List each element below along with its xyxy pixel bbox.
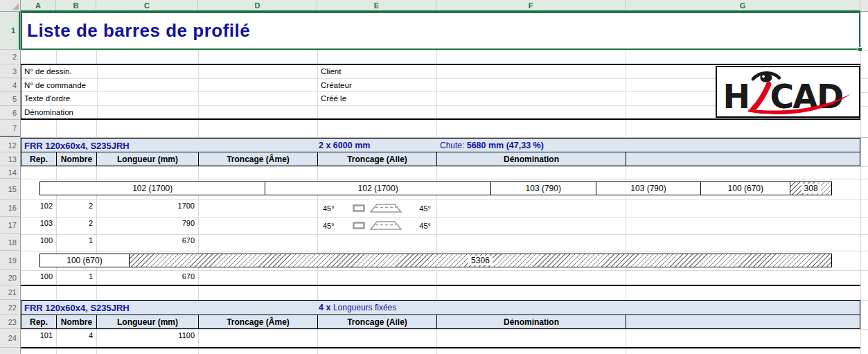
row-header-7[interactable]: 7 [0,120,20,137]
header-troncage-ame[interactable]: Troncage (Âme) [199,152,318,166]
cell-empty[interactable] [198,92,317,105]
cell-count[interactable]: 1 [56,234,96,251]
row-header-17[interactable]: 17 [0,217,20,234]
cell-troncage-aile[interactable] [317,270,436,285]
cell-troncage-ame[interactable] [198,234,317,251]
column-header-g[interactable]: G [626,0,860,11]
row-header-12[interactable]: 12 [0,139,20,152]
cell-empty[interactable] [436,106,626,119]
info-label-order-number[interactable]: N° de commande [21,79,97,92]
column-header-f[interactable]: F [436,0,626,11]
cell-denomination[interactable] [436,234,626,251]
cell-length[interactable]: 790 [96,217,198,234]
cell-count[interactable]: 2 [56,217,96,234]
info-label-denomination[interactable]: Dénomination [21,106,97,119]
info-label-drawing-number[interactable]: N° de dessin. [21,65,97,78]
cell-empty[interactable] [97,65,198,78]
cell-empty[interactable] [317,106,436,119]
row-header-21[interactable]: 21 [0,285,20,300]
row-header-19[interactable]: 19 [0,251,20,270]
info-label-client[interactable]: Client [317,65,436,78]
header-longueur[interactable]: Longueur (mm) [97,315,199,328]
cell-extra[interactable] [626,270,860,285]
column-header-b[interactable]: B [56,0,96,11]
row-header-1[interactable]: 1 [0,12,20,50]
row-header-14[interactable]: 14 [0,166,20,179]
header-troncage-aile[interactable]: Troncage (Aile) [318,315,437,328]
header-longueur[interactable]: Longueur (mm) [97,152,199,166]
cell-count[interactable]: 1 [56,270,96,285]
header-denomination[interactable]: Dénomination [437,315,626,328]
cell-denomination[interactable] [436,200,626,217]
cell-empty[interactable] [97,106,198,119]
row-header-20[interactable]: 20 [0,270,20,285]
row-header-18[interactable]: 18 [0,234,20,251]
select-all-corner[interactable] [0,0,21,12]
info-label-creator[interactable]: Créateur [317,79,436,92]
column-header-d[interactable]: D [198,0,317,11]
cell-empty[interactable] [97,79,198,92]
header-rep[interactable]: Rep. [21,152,57,166]
cell-empty[interactable] [436,65,626,78]
cell-empty[interactable] [436,79,626,92]
cell-extra[interactable] [626,217,860,234]
cell-troncage-aile[interactable]: 45° 45° [317,217,436,234]
cell-length[interactable]: 670 [96,234,198,251]
cell-count[interactable]: 2 [56,200,96,217]
header-extra[interactable] [626,315,860,328]
selection-fill-handle[interactable] [858,47,862,52]
row-header-15[interactable]: 15 [0,179,20,200]
cell-troncage-ame[interactable] [198,217,317,234]
row-header-3[interactable]: 3 [0,64,20,78]
cell-empty[interactable] [436,92,626,105]
cell-length[interactable]: 1100 [96,329,198,348]
section1-header-band[interactable]: FRR 120x60x4, S235JRH 2 x 6000 mm Chute:… [21,138,860,152]
row-header-24[interactable]: 24 [0,329,20,348]
cell-rep[interactable]: 100 [21,270,56,285]
cell-denomination[interactable] [436,329,626,348]
row-header-16[interactable]: 16 [0,200,20,217]
cell-denomination[interactable] [436,217,626,234]
cell-empty[interactable] [198,106,317,119]
cell-troncage-aile[interactable]: 45° 45° [317,200,436,217]
header-nombre[interactable]: Nombre [57,315,97,328]
info-label-created-on[interactable]: Créé le [317,92,436,105]
cell-troncage-ame[interactable] [198,270,317,285]
cell-troncage-aile[interactable] [317,329,436,348]
cell-count[interactable]: 4 [56,329,96,348]
cell-rep[interactable]: 102 [21,200,56,217]
row-header-4[interactable]: 4 [0,78,20,92]
column-header-c[interactable]: C [96,0,198,11]
row-header-13[interactable]: 13 [0,152,20,166]
cell-rep[interactable]: 101 [21,329,56,348]
section2-header-band[interactable]: FRR 120x60x4, S235JRH 4 x Longueurs fixé… [21,300,860,315]
info-label-order-text[interactable]: Texte d'ordre [21,92,97,105]
cell-extra[interactable] [626,234,860,251]
title-cell[interactable]: Liste de barres de profilé [21,12,860,50]
cell-extra[interactable] [626,200,860,217]
row-header-23[interactable]: 23 [0,315,20,329]
column-header-e[interactable]: E [317,0,436,11]
cell-extra[interactable] [626,329,860,348]
row-header-5[interactable]: 5 [0,92,20,106]
cell-length[interactable]: 1700 [96,200,198,217]
column-header-a[interactable]: A [21,0,56,11]
header-extra[interactable] [626,152,860,166]
cell-empty[interactable] [198,79,317,92]
cell-empty[interactable] [97,92,198,105]
header-troncage-aile[interactable]: Troncage (Aile) [318,152,437,166]
cell-troncage-ame[interactable] [198,329,317,348]
header-troncage-ame[interactable]: Troncage (Âme) [199,315,318,328]
cell-rep[interactable]: 103 [21,217,56,234]
cell-rep[interactable]: 100 [21,234,56,251]
row-header-6[interactable]: 6 [0,106,20,120]
header-rep[interactable]: Rep. [21,315,57,328]
cell-empty[interactable] [198,65,317,78]
cell-troncage-aile[interactable] [317,234,436,251]
row-header-22[interactable]: 22 [0,300,20,315]
cell-length[interactable]: 670 [96,270,198,285]
cell-denomination[interactable] [436,270,626,285]
header-denomination[interactable]: Dénomination [437,152,626,166]
row-header-2[interactable]: 2 [0,50,20,64]
header-nombre[interactable]: Nombre [57,152,97,166]
